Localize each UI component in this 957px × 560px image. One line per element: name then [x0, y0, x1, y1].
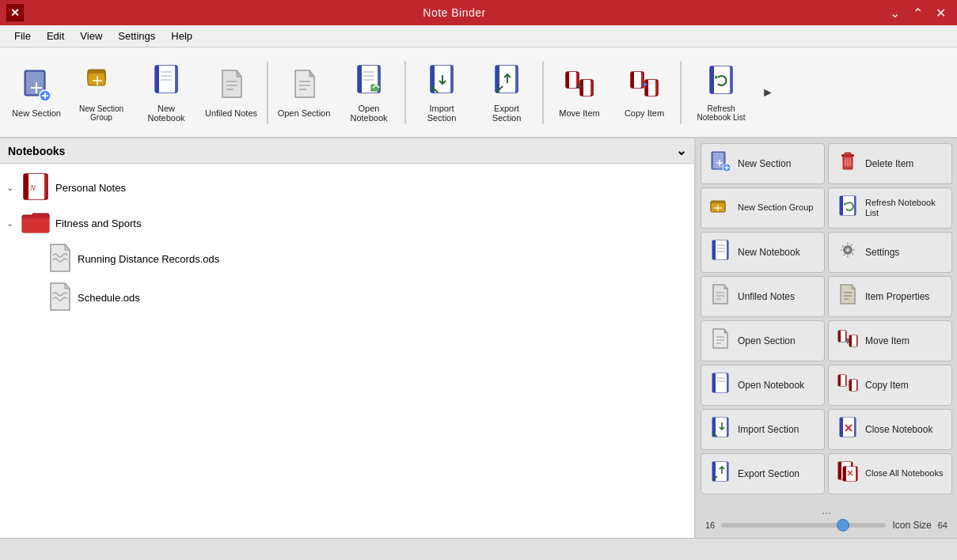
notebooks-dropdown-btn[interactable]: ⌄	[676, 143, 686, 158]
svg-rect-120	[838, 375, 841, 386]
panel-btn-new-section-group[interactable]: New Section Group	[701, 187, 825, 229]
toolbar-separator-4	[680, 61, 682, 124]
minimize-btn[interactable]: ⌄	[885, 4, 905, 22]
toolbar-open-notebook-label: Open Notebook	[341, 104, 397, 123]
panel-btn-copy-item-label: Copy Item	[865, 380, 909, 391]
menu-bar: File Edit View Settings Help	[0, 25, 957, 47]
toolbar-copy-item[interactable]: Copy Item	[613, 53, 676, 132]
panel-btn-delete-item[interactable]: Delete Item	[828, 143, 952, 184]
restore-btn[interactable]: ⌃	[908, 4, 928, 22]
tree-item-schedule[interactable]: Schedule.ods	[24, 278, 694, 317]
panel-item-properties-icon	[837, 283, 859, 310]
toolbar: New Section New Section Group	[0, 47, 957, 138]
panel-export-section-icon	[709, 460, 731, 487]
slider-min-value: 16	[705, 520, 715, 530]
panel-btn-unfiled-notes[interactable]: Unfiled Notes	[701, 276, 825, 317]
toolbar-refresh-notebook-list[interactable]: Refresh Notebook List	[685, 53, 757, 132]
toolbar-new-section-group[interactable]: New Section Group	[70, 53, 133, 132]
right-panel: New Section Delete Item	[696, 138, 957, 538]
toolbar-import-section[interactable]: Import Section	[410, 53, 473, 132]
svg-rect-48	[631, 72, 634, 88]
panel-btn-open-notebook[interactable]: Open Notebook	[701, 365, 825, 406]
svg-rect-65	[713, 153, 723, 168]
status-bar	[0, 538, 957, 560]
panel-btn-delete-item-label: Delete Item	[865, 158, 913, 169]
icon-size-slider[interactable]	[721, 523, 886, 528]
panel-btn-move-item-label: Move Item	[865, 335, 910, 346]
panel-btn-item-properties[interactable]: Item Properties	[828, 276, 952, 317]
notebooks-header: Notebooks ⌄	[0, 138, 694, 164]
checkbox-row-hide-directory: Hide Directory	[701, 537, 952, 538]
panel-close-all-notebooks-icon	[837, 460, 859, 487]
toolbar-move-item[interactable]: Move Item	[548, 53, 611, 132]
svg-rect-45	[580, 80, 583, 96]
toolbar-open-section[interactable]: Open Section	[272, 53, 336, 132]
panel-btn-export-section[interactable]: Export Section	[701, 453, 825, 494]
title-bar-close-btn[interactable]: ✕	[6, 4, 24, 21]
export-section-icon	[490, 62, 523, 100]
panel-btn-close-notebook-label: Close Notebook	[865, 424, 932, 435]
panel-btn-new-notebook[interactable]: New Notebook	[701, 232, 825, 273]
slider-row: 16 Icon Size 64	[705, 520, 948, 531]
toolbar-import-section-label: Import Section	[414, 104, 469, 123]
tree-label-schedule: Schedule.ods	[78, 292, 140, 304]
title-bar-title: Note Binder	[423, 6, 485, 19]
toolbar-export-section[interactable]: Export Section	[475, 53, 538, 132]
toolbar-copy-item-label: Copy Item	[625, 108, 664, 118]
chevron-personal-notes: ⌄	[6, 183, 16, 193]
panel-btn-close-notebook[interactable]: Close Notebook	[828, 409, 952, 450]
menu-view[interactable]: View	[72, 27, 110, 45]
panel-btn-import-section-label: Import Section	[738, 424, 799, 435]
panel-btn-close-all-notebooks[interactable]: Close All Notebooks	[828, 453, 952, 494]
panel-btn-item-properties-label: Item Properties	[865, 291, 929, 302]
tree-item-personal-notes[interactable]: ⌄ N Personal Notes	[0, 168, 694, 207]
tree-children-fitness: Running Distance Records.ods Schedule.od…	[0, 240, 694, 317]
panel-delete-item-icon	[837, 150, 859, 177]
toolbar-open-section-label: Open Section	[278, 108, 331, 118]
notebooks-content: ⌄ N Personal Notes ⌄	[0, 164, 694, 538]
menu-edit[interactable]: Edit	[39, 27, 72, 45]
panel-btn-import-section[interactable]: Import Section	[701, 409, 825, 450]
tree-item-fitness[interactable]: ⌄ Fitness and Sports	[0, 207, 694, 240]
panel-btn-open-section[interactable]: Open Section	[701, 320, 825, 361]
right-panel-grid: New Section Delete Item	[701, 143, 952, 494]
notebook-icon-personal: N	[21, 172, 51, 204]
tree-label-running: Running Distance Records.ods	[78, 253, 219, 265]
svg-rect-58	[24, 174, 28, 199]
svg-rect-86	[712, 240, 716, 259]
panel-btn-new-notebook-label: New Notebook	[738, 247, 800, 258]
menu-settings[interactable]: Settings	[110, 27, 163, 45]
import-section-icon	[425, 62, 458, 100]
toolbar-new-section-group-label: New Section Group	[74, 104, 129, 122]
panel-btn-new-section[interactable]: New Section	[701, 143, 825, 184]
menu-help[interactable]: Help	[163, 27, 200, 45]
notebooks-title: Notebooks	[8, 145, 65, 157]
toolbar-move-item-label: Move Item	[559, 108, 599, 118]
panel-btn-move-item[interactable]: Move Item	[828, 320, 952, 361]
svg-rect-122	[851, 380, 856, 391]
toolbar-new-notebook[interactable]: New Notebook	[135, 53, 198, 132]
close-btn[interactable]: ✕	[931, 4, 951, 22]
svg-rect-129	[840, 418, 843, 437]
refresh-notebook-list-icon	[704, 63, 738, 101]
new-section-group-icon	[85, 63, 118, 101]
panel-open-notebook-icon	[709, 372, 731, 399]
toolbar-open-notebook[interactable]: Open Notebook	[337, 53, 401, 132]
tree-item-running-distance[interactable]: Running Distance Records.ods	[24, 240, 694, 278]
svg-marker-61	[65, 244, 70, 250]
toolbar-unfiled-notes[interactable]: Unfiled Notes	[199, 53, 263, 132]
panel-btn-refresh-notebook-list[interactable]: Refresh Notebook List	[828, 187, 952, 229]
panel-btn-copy-item[interactable]: Copy Item	[828, 365, 952, 406]
panel-unfiled-notes-icon	[709, 283, 731, 310]
menu-file[interactable]: File	[6, 27, 39, 45]
toolbar-more-arrow[interactable]: ►	[758, 82, 777, 103]
tree-label-fitness: Fitness and Sports	[55, 218, 141, 229]
svg-marker-103	[724, 329, 727, 333]
chevron-fitness: ⌄	[6, 218, 16, 229]
panel-btn-settings-label: Settings	[865, 247, 899, 258]
notebooks-panel: Notebooks ⌄ ⌄ N Personal Notes	[0, 138, 696, 538]
toolbar-new-notebook-label: New Notebook	[139, 104, 194, 123]
toolbar-new-section[interactable]: New Section	[5, 53, 68, 132]
toolbar-refresh-notebook-list-label: Refresh Notebook List	[689, 104, 753, 122]
panel-btn-settings[interactable]: Settings	[828, 232, 952, 273]
